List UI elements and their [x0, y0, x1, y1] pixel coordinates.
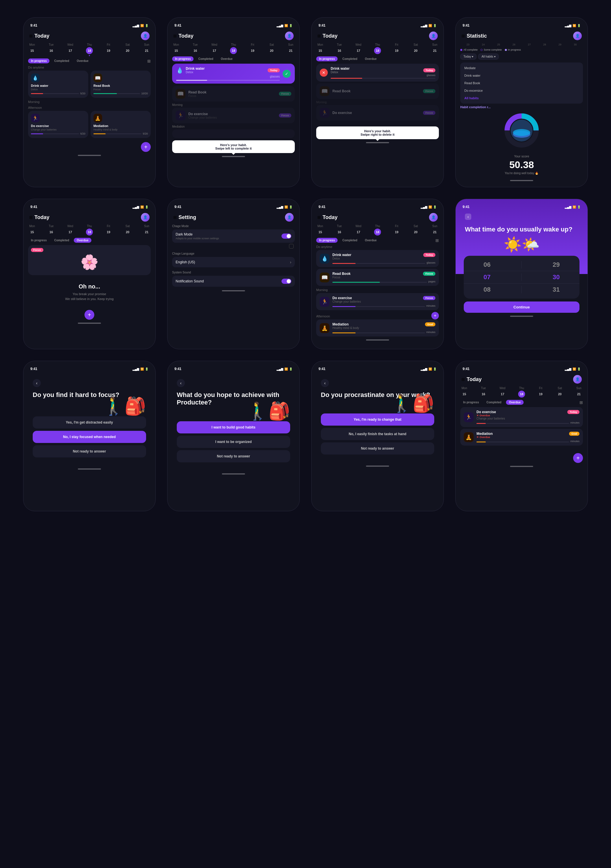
day-col[interactable]: Tue16	[192, 43, 199, 54]
day-col[interactable]: Sun21	[287, 43, 294, 54]
dark-mode-item[interactable]: Dark Mode Adapts to your mobile screen s…	[172, 229, 295, 243]
dropdown-item-book[interactable]: Read Book	[460, 79, 583, 87]
overdue-habit-mediation[interactable]: 🧘 Mediation Goal ✕ Overdue minutes	[460, 429, 583, 446]
answer-option-3[interactable]: Not ready to answer	[33, 445, 146, 457]
habit-card-mediation[interactable]: 🧘 Mediation Healthy mind & body 5/20	[90, 111, 151, 138]
back-btn[interactable]: ‹	[465, 214, 471, 220]
tab-in-progress[interactable]: In progress	[316, 238, 338, 243]
filter-today[interactable]: Today ▾	[460, 54, 476, 60]
fab-add[interactable]: +	[573, 453, 583, 463]
day-tue[interactable]: Tue 16	[48, 43, 55, 56]
day-col[interactable]: Fri19	[537, 386, 544, 398]
dropdown-item-all[interactable]: All habits	[460, 94, 583, 102]
back-button[interactable]: ‹	[321, 379, 329, 387]
dropdown-item-exercise[interactable]: Do excersice	[460, 87, 583, 94]
language-item[interactable]: English (US) ›	[172, 257, 295, 267]
mode-checkbox[interactable]	[289, 244, 294, 248]
day-fri[interactable]: Fri 19	[105, 43, 112, 56]
day-col[interactable]: Mon15	[29, 225, 36, 236]
tab-overdue[interactable]: Overdue	[74, 59, 91, 64]
day-col[interactable]: Mon15	[317, 225, 324, 236]
day-col[interactable]: Wed17	[67, 225, 74, 236]
day-col[interactable]: Sat20	[556, 386, 563, 398]
day-col[interactable]: Sat20	[412, 225, 419, 236]
day-col[interactable]: Thu18	[374, 225, 381, 236]
time-hour-08[interactable]: 08	[484, 286, 490, 293]
fab-add[interactable]: +	[141, 142, 151, 152]
answer-option-2[interactable]: No, I easily finish the tasks at hand	[321, 428, 434, 440]
filter-all-habits[interactable]: All habits ▾	[478, 54, 498, 60]
day-col[interactable]: Wed17	[355, 225, 362, 236]
avatar[interactable]: 👤	[285, 31, 294, 40]
tab-overdue[interactable]: Overdue	[506, 400, 524, 405]
grid-view-icon[interactable]: ⊞	[580, 400, 583, 405]
day-col[interactable]: Wed17	[499, 386, 506, 398]
answer-option-1[interactable]: Yes, I'm ready to change that	[321, 414, 434, 426]
sound-toggle[interactable]	[281, 279, 292, 284]
day-thu[interactable]: Thu 18	[86, 43, 93, 56]
habit-mediation[interactable]: 🧘 Mediation Goal Healthy mind & body min…	[316, 319, 439, 336]
day-col[interactable]: Fri19	[393, 225, 400, 236]
answer-option-1[interactable]: I want to build good habits	[177, 421, 290, 433]
day-col[interactable]: Thu18	[86, 225, 93, 236]
day-col[interactable]: Fri19	[393, 43, 400, 54]
answer-option-3[interactable]: Not ready to answer	[321, 442, 434, 454]
day-col[interactable]: Sun21	[575, 386, 582, 398]
habit-card-read-book[interactable]: 📖 Read Book Focus 10/20	[90, 71, 151, 98]
tab-completed[interactable]: Completed	[51, 238, 72, 243]
avatar[interactable]: 👤	[285, 213, 294, 222]
tab-completed[interactable]: Completed	[51, 59, 72, 64]
day-col[interactable]: Mon15	[173, 43, 180, 54]
tab-in-progress[interactable]: In progress	[460, 400, 482, 405]
tab-in-progress[interactable]: In progress	[316, 56, 338, 61]
day-col[interactable]: Mon15	[461, 386, 468, 398]
habit-read-book[interactable]: 📖 Read Book Focus Focus pages	[316, 269, 439, 286]
time-hour-07[interactable]: 07	[484, 273, 490, 281]
notification-sound-item[interactable]: Notification Sound	[172, 276, 295, 287]
tab-completed[interactable]: Completed	[340, 238, 360, 243]
day-col[interactable]: Fri19	[249, 43, 256, 54]
day-col[interactable]: Thu18	[518, 386, 525, 398]
tab-overdue[interactable]: Overdue	[362, 56, 380, 61]
avatar[interactable]: 👤	[141, 213, 150, 222]
day-col[interactable]: Sun21	[431, 43, 438, 54]
time-picker[interactable]: 06 29 07 30 08	[464, 256, 580, 299]
day-col[interactable]: Thu18	[230, 43, 237, 54]
day-mon[interactable]: Mon 15	[29, 43, 36, 56]
answer-option-2[interactable]: I want to be organized	[177, 436, 290, 448]
avatar[interactable]: 👤	[429, 31, 438, 40]
day-col[interactable]: Tue16	[480, 386, 487, 398]
tab-overdue[interactable]: Overdue	[74, 238, 91, 243]
time-min-30[interactable]: 30	[552, 273, 560, 281]
answer-option-2[interactable]: No, I stay focused when needed	[33, 431, 146, 443]
day-col[interactable]: Sat20	[268, 43, 275, 54]
fab-add[interactable]: +	[84, 310, 94, 320]
habit-card-exercise[interactable]: 🏃 Do exercise Change your batteries 5/20	[28, 111, 88, 138]
answer-option-1[interactable]: Yes, I'm get distracted easily	[33, 416, 146, 428]
avatar[interactable]: 👤	[573, 375, 582, 384]
tab-overdue[interactable]: Overdue	[218, 56, 236, 61]
day-col[interactable]: Thu18	[374, 43, 381, 54]
tab-in-progress[interactable]: In progress	[28, 238, 50, 243]
habit-card-drink-water[interactable]: 💧 Drink water Detox 5/20	[28, 71, 88, 98]
dropdown-item-drink[interactable]: Drink water	[460, 72, 583, 79]
delete-button[interactable]: ✕	[319, 68, 328, 77]
day-col[interactable]: Sun21	[143, 225, 150, 236]
day-col[interactable]: Mon15	[317, 43, 324, 54]
back-button[interactable]: ‹	[177, 379, 185, 387]
day-col[interactable]: Sat20	[412, 43, 419, 54]
dark-mode-toggle[interactable]	[281, 234, 292, 239]
day-sun[interactable]: Sun 21	[143, 43, 150, 56]
grid-view-icon[interactable]: ⊞	[147, 59, 151, 64]
tab-in-progress[interactable]: In progress	[172, 56, 194, 61]
day-wed[interactable]: Wed 17	[67, 43, 74, 56]
fab-add[interactable]: +	[431, 312, 439, 319]
habit-drink-water[interactable]: 💧 Drink water Today Detox glasses	[316, 250, 439, 267]
habit-exercise[interactable]: 🏃 Do exercise Focus Change your batterie…	[316, 293, 439, 310]
time-min-31[interactable]: 31	[552, 286, 560, 293]
continue-button[interactable]: Continue	[464, 301, 580, 313]
tab-completed[interactable]: Completed	[340, 56, 360, 61]
day-col[interactable]: Wed17	[355, 43, 362, 54]
grid-view-icon[interactable]: ⊞	[436, 238, 439, 243]
time-min-29[interactable]: 29	[552, 261, 560, 268]
